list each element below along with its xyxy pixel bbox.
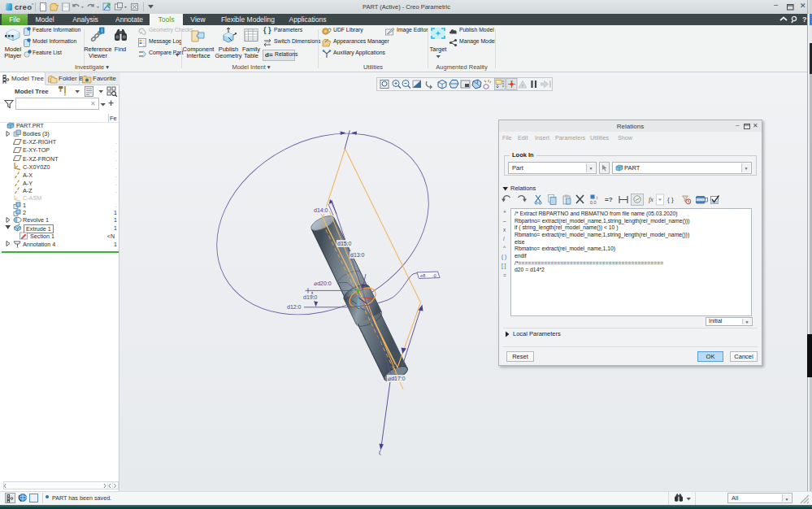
svg-text:fx: fx (649, 196, 654, 203)
svg-text:⌀8: ⌀8 (420, 273, 425, 278)
svg-text:=?: =? (605, 196, 613, 203)
svg-text:↕: ↕ (596, 195, 598, 200)
svg-text:0.0: 0.0 (590, 200, 597, 205)
svg-text:-0: -0 (432, 273, 436, 278)
svg-text:{ }: { } (667, 196, 674, 203)
